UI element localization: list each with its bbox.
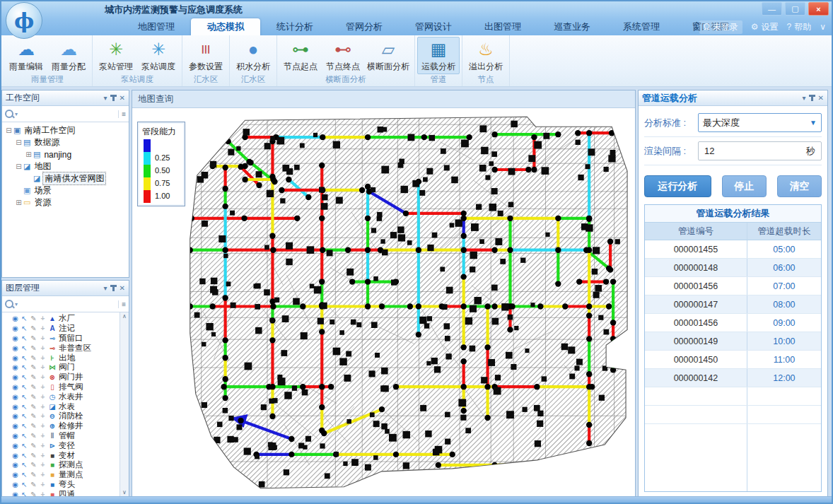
layer-name[interactable]: 探测点 bbox=[59, 459, 83, 470]
locate-crosshair-icon[interactable]: + bbox=[38, 422, 47, 430]
tab-巡查业务[interactable]: 巡查业务 bbox=[537, 18, 607, 35]
visibility-eye-icon[interactable]: ◉ bbox=[11, 403, 20, 411]
ribbon-button-节点起点[interactable]: ⊶节点起点 bbox=[279, 37, 322, 74]
edit-pencil-icon[interactable]: ✎ bbox=[29, 481, 38, 488]
locate-crosshair-icon[interactable]: + bbox=[38, 344, 47, 352]
locate-crosshair-icon[interactable]: + bbox=[38, 334, 47, 342]
visibility-eye-icon[interactable]: ◉ bbox=[11, 393, 20, 401]
chevron-down-icon[interactable]: ∨ bbox=[820, 22, 826, 32]
layer-name[interactable]: 弯头 bbox=[59, 479, 75, 490]
layer-name[interactable]: 预留口 bbox=[59, 333, 83, 344]
edit-pencil-icon[interactable]: ✎ bbox=[29, 452, 38, 459]
tree-item-数据源[interactable]: ⊟▤数据源 bbox=[5, 136, 129, 148]
table-row[interactable]: 00000014806:00 bbox=[645, 259, 821, 277]
select-pointer-icon[interactable]: ↖ bbox=[20, 354, 29, 362]
table-row[interactable]: 00000145011:00 bbox=[645, 351, 821, 369]
edit-pencil-icon[interactable]: ✎ bbox=[29, 403, 38, 411]
layer-name[interactable]: 注记 bbox=[59, 323, 75, 334]
locate-crosshair-icon[interactable]: + bbox=[38, 412, 47, 420]
visibility-eye-icon[interactable]: ◉ bbox=[11, 344, 20, 352]
tree-expand-icon[interactable]: ⊟ bbox=[15, 139, 23, 146]
ribbon-button-雨量分配[interactable]: ☁雨量分配 bbox=[47, 37, 90, 74]
layer-name[interactable]: 出地 bbox=[59, 353, 75, 363]
locate-crosshair-icon[interactable]: + bbox=[38, 315, 47, 322]
layer-name[interactable]: 阀门 bbox=[59, 362, 75, 373]
ribbon-button-运载分析[interactable]: ▦运载分析 bbox=[417, 37, 460, 74]
edit-pencil-icon[interactable]: ✎ bbox=[29, 354, 38, 362]
ribbon-button-参数设置[interactable]: ≡参数设置 bbox=[185, 37, 227, 74]
locate-crosshair-icon[interactable]: + bbox=[38, 471, 47, 479]
locate-crosshair-icon[interactable]: + bbox=[38, 403, 47, 411]
layer-name[interactable]: 非普查区 bbox=[59, 343, 91, 353]
ribbon-button-泵站调度[interactable]: ✳泵站调度 bbox=[137, 37, 180, 74]
layers-scrollbar[interactable]: ∧ ∨ bbox=[120, 312, 129, 496]
select-pointer-icon[interactable]: ↖ bbox=[20, 334, 29, 342]
locate-crosshair-icon[interactable]: + bbox=[38, 491, 47, 496]
scroll-down-icon[interactable]: ∨ bbox=[122, 489, 127, 496]
edit-pencil-icon[interactable]: ✎ bbox=[29, 461, 38, 469]
ribbon-button-雨量编辑[interactable]: ☁雨量编辑 bbox=[5, 37, 47, 74]
table-row[interactable]: 00000145609:00 bbox=[645, 314, 821, 332]
tree-item-nanjing[interactable]: ⊞▤nanjing bbox=[5, 148, 129, 160]
pipe-network-map[interactable] bbox=[132, 108, 635, 497]
criteria-select[interactable]: 最大深度 ▼ bbox=[698, 113, 822, 132]
visibility-eye-icon[interactable]: ◉ bbox=[11, 471, 20, 479]
menu-帮助[interactable]: ?帮助 bbox=[787, 21, 812, 33]
tree-expand-icon[interactable]: ⊟ bbox=[5, 127, 13, 134]
select-pointer-icon[interactable]: ↖ bbox=[20, 324, 29, 332]
tree-expand-icon[interactable]: ⊞ bbox=[15, 199, 23, 206]
tab-出图管理[interactable]: 出图管理 bbox=[468, 18, 537, 35]
minimize-icon[interactable]: — bbox=[762, 2, 782, 16]
edit-pencil-icon[interactable]: ✎ bbox=[29, 363, 38, 371]
select-pointer-icon[interactable]: ↖ bbox=[20, 344, 29, 352]
edit-pencil-icon[interactable]: ✎ bbox=[29, 471, 38, 479]
visibility-eye-icon[interactable]: ◉ bbox=[11, 452, 20, 459]
select-pointer-icon[interactable]: ↖ bbox=[20, 452, 29, 459]
visibility-eye-icon[interactable]: ◉ bbox=[11, 432, 20, 440]
select-pointer-icon[interactable]: ↖ bbox=[20, 442, 29, 450]
select-pointer-icon[interactable]: ↖ bbox=[20, 491, 29, 496]
search-options-icon[interactable]: ≡ bbox=[118, 300, 126, 308]
select-pointer-icon[interactable]: ↖ bbox=[20, 315, 29, 322]
table-row[interactable]: 00000014212:00 bbox=[645, 369, 821, 387]
visibility-eye-icon[interactable]: ◉ bbox=[11, 354, 20, 362]
edit-pencil-icon[interactable]: ✎ bbox=[29, 373, 38, 381]
edit-pencil-icon[interactable]: ✎ bbox=[29, 324, 38, 332]
tab-统计分析[interactable]: 统计分析 bbox=[260, 18, 330, 35]
locate-crosshair-icon[interactable]: + bbox=[38, 481, 47, 488]
visibility-eye-icon[interactable]: ◉ bbox=[11, 491, 20, 496]
close-icon[interactable]: × bbox=[808, 2, 829, 16]
select-pointer-icon[interactable]: ↖ bbox=[20, 471, 29, 479]
visibility-eye-icon[interactable]: ◉ bbox=[11, 442, 20, 450]
close-panel-icon[interactable]: ✕ bbox=[818, 95, 824, 102]
edit-pencil-icon[interactable]: ✎ bbox=[29, 422, 38, 430]
select-pointer-icon[interactable]: ↖ bbox=[20, 412, 29, 420]
table-row[interactable]: 00000145505:00 bbox=[645, 240, 821, 259]
visibility-eye-icon[interactable]: ◉ bbox=[11, 461, 20, 469]
layer-name[interactable]: 变径 bbox=[59, 440, 75, 451]
locate-crosshair-icon[interactable]: + bbox=[38, 432, 47, 440]
locate-crosshair-icon[interactable]: + bbox=[38, 383, 47, 391]
close-panel-icon[interactable]: ✕ bbox=[120, 95, 125, 102]
layer-name[interactable]: 水表井 bbox=[59, 392, 83, 402]
table-row[interactable]: 00000014708:00 bbox=[645, 295, 821, 314]
ribbon-button-积水分析[interactable]: ●积水分析 bbox=[232, 37, 274, 74]
tree-item-资源[interactable]: ⊞▭资源 bbox=[5, 197, 129, 209]
tab-管网设计[interactable]: 管网设计 bbox=[399, 18, 468, 35]
layer-name[interactable]: 消防栓 bbox=[59, 411, 83, 421]
locate-crosshair-icon[interactable]: + bbox=[38, 461, 47, 469]
interval-input[interactable]: 12 秒 bbox=[698, 141, 822, 160]
pin-icon[interactable] bbox=[112, 285, 115, 291]
visibility-eye-icon[interactable]: ◉ bbox=[11, 373, 20, 381]
locate-crosshair-icon[interactable]: + bbox=[38, 452, 47, 459]
tree-expand-icon[interactable]: ⊟ bbox=[15, 163, 23, 170]
ribbon-button-泵站管理[interactable]: ✳泵站管理 bbox=[95, 37, 137, 74]
tree-item-场景[interactable]: ▣场景 bbox=[5, 184, 129, 197]
edit-pencil-icon[interactable]: ✎ bbox=[29, 334, 38, 342]
visibility-eye-icon[interactable]: ◉ bbox=[11, 383, 20, 391]
edit-pencil-icon[interactable]: ✎ bbox=[29, 491, 38, 496]
visibility-eye-icon[interactable]: ◉ bbox=[11, 481, 20, 488]
locate-crosshair-icon[interactable]: + bbox=[38, 363, 47, 371]
collapse-icon[interactable]: ▾ bbox=[803, 95, 806, 102]
visibility-eye-icon[interactable]: ◉ bbox=[11, 412, 20, 420]
